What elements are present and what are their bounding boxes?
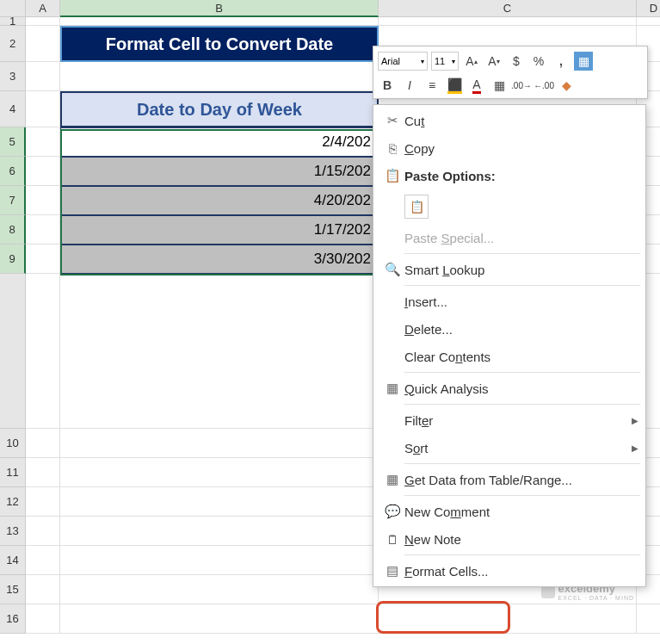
- font-dropdown[interactable]: Arial: [378, 52, 428, 71]
- row-header-9[interactable]: 9: [0, 245, 26, 274]
- row-header-14[interactable]: 14: [0, 546, 26, 575]
- col-header-c[interactable]: C: [379, 0, 637, 17]
- cell[interactable]: [60, 62, 379, 91]
- cell[interactable]: [26, 26, 60, 62]
- row-header-11[interactable]: 11: [0, 458, 26, 487]
- row-header-8[interactable]: 8: [0, 215, 26, 245]
- menu-filter[interactable]: Filter ▶: [373, 406, 645, 434]
- cell[interactable]: [60, 17, 379, 26]
- menu-separator: [404, 285, 640, 286]
- data-cell[interactable]: 1/15/202: [60, 157, 379, 186]
- row-header-3[interactable]: 3: [0, 62, 26, 91]
- cell[interactable]: [26, 127, 60, 157]
- col-header-a[interactable]: A: [26, 0, 60, 17]
- cell[interactable]: [60, 274, 379, 429]
- watermark-tagline: EXCEL · DATA · MIND: [558, 595, 635, 601]
- cell[interactable]: [26, 17, 60, 26]
- clear-format-icon[interactable]: ◆: [557, 76, 576, 95]
- cell[interactable]: [26, 215, 60, 245]
- cell[interactable]: [60, 429, 379, 458]
- row-header-10[interactable]: 10: [0, 429, 26, 458]
- cell[interactable]: [26, 458, 60, 487]
- cell[interactable]: [26, 186, 60, 215]
- row-header-15[interactable]: 15: [0, 575, 26, 604]
- cell[interactable]: [60, 517, 379, 546]
- menu-new-note[interactable]: 🗒 New Note: [373, 525, 645, 553]
- fill-color-icon[interactable]: ⬛: [445, 76, 464, 95]
- menu-paste-special: Paste Special...: [373, 224, 645, 251]
- cell[interactable]: [26, 274, 60, 429]
- data-cell[interactable]: 1/17/202: [60, 215, 379, 245]
- format-painter-icon[interactable]: ▦: [574, 52, 593, 71]
- row-header-12[interactable]: 12: [0, 487, 26, 517]
- menu-new-comment[interactable]: 💬 New Comment: [373, 498, 645, 525]
- row-header-7[interactable]: 7: [0, 186, 26, 215]
- font-color-icon[interactable]: A: [467, 76, 486, 95]
- cell[interactable]: [379, 17, 637, 26]
- menu-copy[interactable]: ⎘ Copy: [373, 134, 645, 162]
- cell[interactable]: [26, 517, 60, 546]
- bold-icon[interactable]: B: [378, 76, 397, 95]
- percent-format-icon[interactable]: %: [529, 52, 548, 71]
- cell[interactable]: [379, 604, 637, 634]
- menu-label: Copy: [404, 141, 638, 156]
- menu-label: Paste Special...: [404, 231, 638, 245]
- align-icon[interactable]: ≡: [423, 76, 441, 95]
- data-cell[interactable]: 3/30/202: [60, 245, 379, 274]
- accounting-format-icon[interactable]: $: [507, 52, 526, 71]
- decrease-font-icon[interactable]: A▾: [484, 52, 503, 71]
- cell[interactable]: [26, 157, 60, 186]
- row-header-13[interactable]: 13: [0, 517, 26, 546]
- menu-label: Sort: [404, 441, 632, 455]
- table-header-cell[interactable]: Date to Day of Week: [60, 91, 379, 127]
- cell[interactable]: [26, 487, 60, 517]
- cell[interactable]: [26, 546, 60, 575]
- menu-quick-analysis[interactable]: ▦ Quick Analysis: [373, 375, 645, 402]
- cell[interactable]: [26, 62, 60, 91]
- data-cell[interactable]: 2/4/202: [60, 127, 379, 157]
- cell[interactable]: [637, 604, 660, 634]
- comma-format-icon[interactable]: ,: [552, 52, 571, 71]
- title-cell[interactable]: Format Cell to Convert Date: [60, 26, 379, 62]
- col-header-d[interactable]: D: [637, 0, 660, 17]
- menu-get-data[interactable]: ▦ Get Data from Table/Range...: [373, 466, 645, 493]
- menu-label: New Note: [404, 532, 638, 547]
- cell[interactable]: [26, 575, 60, 604]
- cell[interactable]: [26, 91, 60, 127]
- menu-cut[interactable]: ✂ Cut: [373, 107, 645, 134]
- menu-sort[interactable]: Sort ▶: [373, 434, 645, 461]
- clipboard-icon: 📋: [380, 168, 404, 183]
- row-header-2[interactable]: 2: [0, 26, 26, 62]
- menu-clear-contents[interactable]: Clear Contents: [373, 343, 645, 370]
- font-size-dropdown[interactable]: 11: [431, 52, 459, 71]
- cell[interactable]: [60, 575, 379, 604]
- row-header-4[interactable]: 4: [0, 91, 26, 127]
- decrease-decimal-icon[interactable]: ←.00: [534, 76, 553, 95]
- row-header-spacer: [0, 274, 26, 429]
- row-header-5[interactable]: 5: [0, 127, 26, 157]
- menu-smart-lookup[interactable]: 🔍 Smart Lookup: [373, 256, 645, 283]
- increase-font-icon[interactable]: A▴: [462, 52, 481, 71]
- paste-default-icon[interactable]: 📋: [404, 195, 429, 219]
- cell[interactable]: [60, 546, 379, 575]
- menu-format-cells[interactable]: ▤ Format Cells...: [373, 557, 645, 585]
- row-header-1[interactable]: 1: [0, 17, 26, 26]
- menu-delete[interactable]: Delete...: [373, 315, 645, 343]
- col-header-b[interactable]: B: [60, 0, 379, 17]
- cell[interactable]: [26, 429, 60, 458]
- chevron-right-icon: ▶: [632, 443, 638, 453]
- menu-paste-options-header: 📋 Paste Options:: [373, 162, 645, 189]
- row-header-16[interactable]: 16: [0, 604, 26, 634]
- menu-insert[interactable]: Insert...: [373, 288, 645, 315]
- row-header-6[interactable]: 6: [0, 157, 26, 186]
- cell[interactable]: [637, 17, 660, 26]
- increase-decimal-icon[interactable]: .00→: [512, 76, 531, 95]
- data-cell[interactable]: 4/20/202: [60, 186, 379, 215]
- italic-icon[interactable]: I: [400, 76, 419, 95]
- cell[interactable]: [26, 245, 60, 274]
- cell[interactable]: [60, 458, 379, 487]
- cell[interactable]: [26, 604, 60, 634]
- cell[interactable]: [60, 487, 379, 517]
- cell[interactable]: [60, 604, 379, 634]
- borders-icon[interactable]: ▦: [490, 76, 509, 95]
